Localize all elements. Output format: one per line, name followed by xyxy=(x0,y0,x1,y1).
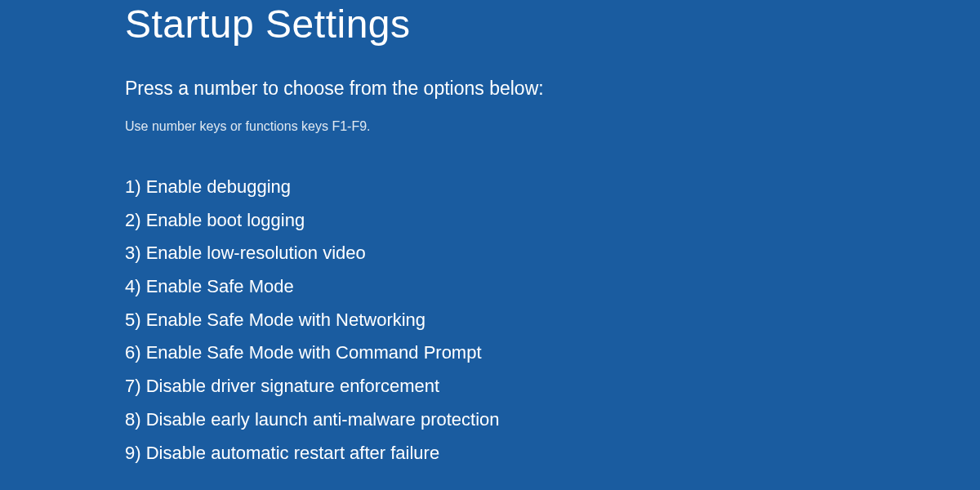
startup-settings-screen: Startup Settings Press a number to choos… xyxy=(0,0,980,465)
option-4-enable-safe-mode[interactable]: 4) Enable Safe Mode xyxy=(125,274,980,299)
option-2-enable-boot-logging[interactable]: 2) Enable boot logging xyxy=(125,208,980,233)
option-5-enable-safe-mode-networking[interactable]: 5) Enable Safe Mode with Networking xyxy=(125,308,980,332)
hint-text: Use number keys or functions keys F1-F9. xyxy=(125,119,980,134)
option-8-disable-anti-malware[interactable]: 8) Disable early launch anti-malware pro… xyxy=(125,408,980,432)
option-3-enable-low-resolution-video[interactable]: 3) Enable low-resolution video xyxy=(125,241,980,265)
instruction-text: Press a number to choose from the option… xyxy=(125,78,980,100)
option-1-enable-debugging[interactable]: 1) Enable debugging xyxy=(125,175,980,199)
option-6-enable-safe-mode-command-prompt[interactable]: 6) Enable Safe Mode with Command Prompt xyxy=(125,341,980,365)
options-list: 1) Enable debugging 2) Enable boot loggi… xyxy=(125,175,980,465)
option-9-disable-automatic-restart[interactable]: 9) Disable automatic restart after failu… xyxy=(125,441,980,466)
page-title: Startup Settings xyxy=(125,0,980,47)
option-7-disable-driver-signature[interactable]: 7) Disable driver signature enforcement xyxy=(125,374,980,399)
